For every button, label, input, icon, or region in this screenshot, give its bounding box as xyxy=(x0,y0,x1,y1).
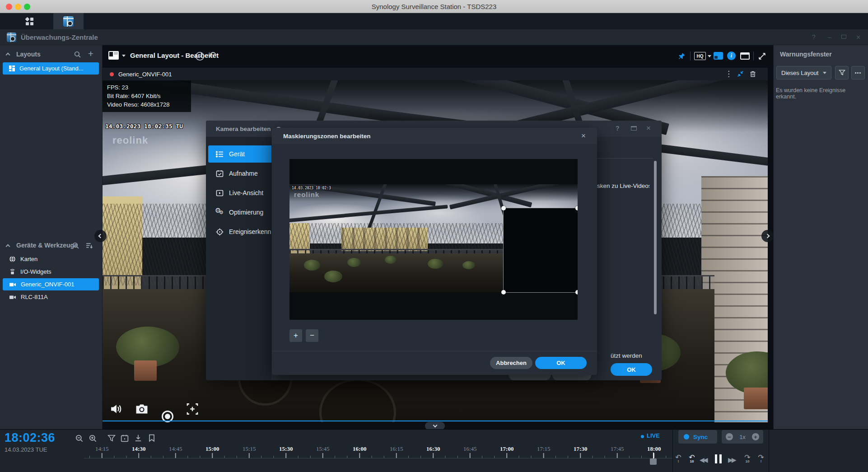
close-icon[interactable]: × xyxy=(856,33,860,42)
dots-vertical-icon: ⋮ xyxy=(725,70,733,78)
mask-handle-top-right[interactable] xyxy=(575,206,578,210)
tab-optimierung[interactable]: ⚙ ⚙ Optimierung xyxy=(208,204,271,221)
pin-button[interactable] xyxy=(677,51,686,61)
sidebar-item-io-widgets[interactable]: I/O-Widgets xyxy=(3,266,99,278)
timeline-calendar-button[interactable] xyxy=(119,433,130,444)
stat-fps: FPS: 23 xyxy=(107,83,187,92)
dialog-scrollbar[interactable] xyxy=(654,161,657,314)
mask-ok-button[interactable]: OK xyxy=(535,357,587,369)
devices-sort-button[interactable] xyxy=(84,240,94,250)
edit-dialog-ok-button[interactable]: OK xyxy=(611,363,652,376)
plus-icon: + xyxy=(754,434,757,440)
audio-button[interactable] xyxy=(110,403,122,415)
tab-aufnahme[interactable]: Aufnahme xyxy=(208,165,271,182)
expand-view-button[interactable] xyxy=(757,51,767,61)
back-10s-button[interactable]: ↶ 10 xyxy=(686,454,698,463)
mask-handle-bottom-left[interactable] xyxy=(501,290,506,294)
tab-label: Gerät xyxy=(229,150,245,158)
devices-collapse-icon[interactable] xyxy=(6,244,10,249)
forward-10s-button[interactable]: ↷ 10 xyxy=(742,454,753,463)
devices-search-button[interactable] xyxy=(70,240,80,250)
mask-handle-top-left[interactable] xyxy=(501,206,506,210)
cancel-label: Abbrechen xyxy=(496,360,527,366)
camera-tile-header: Generic_ONVIF-001 ⋮ xyxy=(103,68,768,80)
dialog-restore-icon[interactable] xyxy=(631,126,637,131)
sidebar-item-karten[interactable]: Karten xyxy=(3,253,99,265)
layout-picker-icon[interactable] xyxy=(108,51,119,60)
minimize-icon[interactable]: – xyxy=(828,33,831,41)
mask-handle-bottom-right[interactable] xyxy=(575,290,578,294)
sidebar-item-rlc-811a[interactable]: RLC-811A xyxy=(3,291,99,303)
timeline-ruler[interactable] xyxy=(84,453,672,458)
speed-increase-button[interactable]: + xyxy=(752,433,759,440)
timeline-bookmark-button[interactable] xyxy=(146,433,157,444)
add-layout-button[interactable]: + xyxy=(86,48,96,60)
snapshot-button[interactable] xyxy=(135,403,148,415)
layouts-collapse-icon[interactable] xyxy=(6,53,10,57)
sync-toggle[interactable]: Sync xyxy=(678,430,717,444)
layouts-search-button[interactable] xyxy=(72,49,82,59)
timeline-tick-16:00: 16:00 xyxy=(341,445,378,453)
add-mask-button[interactable]: + xyxy=(289,329,302,342)
digital-zoom-button[interactable] xyxy=(186,403,199,415)
next-camera-button[interactable] xyxy=(761,230,774,242)
timeline-zoom-in-button[interactable] xyxy=(87,433,98,444)
camera-delete-button[interactable] xyxy=(749,70,756,78)
help-icon[interactable]: ? xyxy=(812,33,816,41)
timeline-tick-16:15: 16:15 xyxy=(378,445,415,453)
clipped-option-text: sken zu Live-Videos xyxy=(597,182,649,189)
save-layout-button[interactable] xyxy=(194,51,205,61)
dialog-close-icon[interactable]: × xyxy=(646,124,651,133)
timeline-export-button[interactable] xyxy=(133,433,144,444)
timeline-zoom-out-button[interactable] xyxy=(74,433,84,444)
multiview-button[interactable] xyxy=(714,52,723,60)
sidebar-item-general-layout[interactable]: General Layout (Stand... xyxy=(3,62,99,75)
tab-label: Live-Ansicht xyxy=(229,189,263,196)
sidebar-item-label: I/O-Widgets xyxy=(20,268,51,275)
mask-dialog-close-icon[interactable]: × xyxy=(581,131,586,140)
check-circle-icon xyxy=(195,51,205,61)
layout-picker-caret[interactable] xyxy=(122,55,126,57)
stream-quality-button[interactable]: HQ xyxy=(694,52,706,60)
tab-geraet[interactable]: Gerät xyxy=(208,145,271,163)
privacy-mask-zone[interactable] xyxy=(503,208,578,293)
playback-speed-stepper[interactable]: − 1x + xyxy=(722,430,763,444)
tab-ereigniserkennung[interactable]: Ereigniserkenn xyxy=(208,223,271,240)
alerts-filter-button[interactable] xyxy=(835,66,849,79)
stat-resolution: Video Reso: 4608x1728 xyxy=(107,100,187,109)
camera-collapse-button[interactable] xyxy=(737,70,744,78)
rewind-button[interactable]: ◀◀ xyxy=(700,456,707,463)
camera-menu-button[interactable]: ⋮ xyxy=(725,69,733,79)
remove-mask-button[interactable]: − xyxy=(306,329,318,342)
speed-decrease-button[interactable]: − xyxy=(726,433,733,440)
surveillance-station-tab[interactable] xyxy=(53,13,84,29)
playhead-handle[interactable] xyxy=(650,458,657,465)
next-event-button[interactable]: ↷ ! xyxy=(755,454,767,463)
globe-icon xyxy=(9,256,16,262)
stream-quality-caret[interactable] xyxy=(708,55,711,57)
search-icon xyxy=(74,51,81,58)
plant-pot xyxy=(744,388,768,409)
previous-camera-button[interactable] xyxy=(94,230,107,242)
alerts-scope-dropdown[interactable]: Dieses Layout xyxy=(776,66,831,79)
restore-icon[interactable] xyxy=(841,35,846,39)
mask-preview[interactable]: 14.03.2023 18:02:3 reolink xyxy=(289,159,578,320)
timeline-filter-button[interactable] xyxy=(106,433,117,444)
undo-layout-button[interactable]: ↶ xyxy=(207,50,218,61)
list-icon xyxy=(216,151,224,158)
dialog-help-icon[interactable]: ? xyxy=(616,125,620,132)
mask-dialog-header: Maskierungszonen bearbeiten × xyxy=(272,128,597,144)
main-menu-button[interactable] xyxy=(16,13,42,29)
alerts-more-button[interactable]: ••• xyxy=(851,66,865,79)
info-button[interactable]: i xyxy=(727,51,736,60)
show-titlebar-button[interactable] xyxy=(740,52,750,60)
mask-cancel-button[interactable]: Abbrechen xyxy=(490,357,532,369)
sidebar-item-generic-onvif-001[interactable]: Generic_ONVIF-001 xyxy=(3,278,99,290)
pin-icon xyxy=(678,52,686,60)
app-title: Überwachungs-Zentrale xyxy=(21,33,98,41)
timeline-date: 14.03.2023 TUE xyxy=(5,446,47,453)
previous-event-button[interactable]: ↶ ! xyxy=(672,454,684,463)
pause-button[interactable] xyxy=(714,454,723,465)
tab-live-ansicht[interactable]: Live-Ansicht xyxy=(208,184,271,201)
fast-forward-button[interactable]: ▶▶ xyxy=(728,456,735,463)
